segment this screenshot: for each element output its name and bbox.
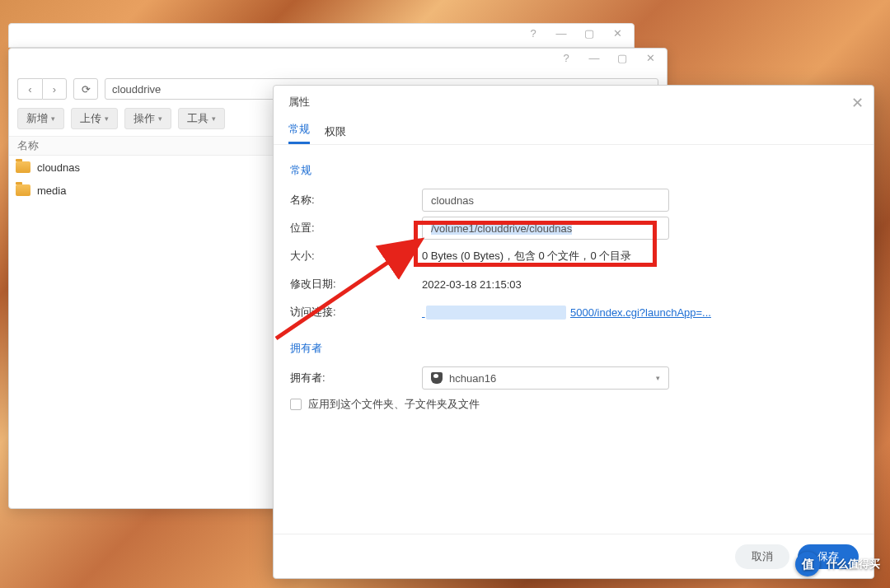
close-icon[interactable]: ✕	[851, 94, 864, 112]
checkbox-icon[interactable]	[290, 399, 302, 410]
list-item-label: media	[37, 184, 66, 197]
label-owner: 拥有者:	[290, 371, 422, 385]
chevron-down-icon: ▾	[656, 374, 660, 382]
list-item-label: cloudnas	[37, 161, 80, 174]
folder-icon	[16, 184, 30, 196]
dialog-tabs: 常规 权限	[274, 119, 874, 145]
properties-dialog: 属性 ✕ 常规 权限 常规 名称: cloudnas 位置: /volume1/…	[273, 85, 874, 579]
background-window: ? — ▢ ✕	[8, 23, 635, 48]
dialog-title: 属性 ✕	[274, 86, 874, 119]
watermark-icon: 值	[795, 552, 820, 576]
owner-select[interactable]: hchuan16 ▾	[422, 366, 669, 390]
watermark: 值 什么值得买	[795, 552, 880, 576]
name-input[interactable]: cloudnas	[422, 189, 669, 212]
refresh-button[interactable]: ⟳	[73, 78, 98, 100]
action-button[interactable]: 操作▾	[124, 108, 171, 129]
maximize-icon[interactable]: ▢	[579, 27, 599, 40]
forward-button[interactable]: ›	[42, 78, 67, 100]
tab-general[interactable]: 常规	[288, 119, 310, 144]
close-icon[interactable]: ✕	[640, 52, 660, 64]
help-icon[interactable]: ?	[556, 52, 576, 64]
value-mtime: 2022-03-18 21:15:03	[422, 278, 857, 291]
label-mtime: 修改日期:	[290, 277, 422, 292]
tab-permissions[interactable]: 权限	[325, 119, 346, 144]
maximize-icon[interactable]: ▢	[612, 52, 632, 64]
dialog-body: 常规 名称: cloudnas 位置: /volume1/clouddrive/…	[274, 145, 874, 534]
location-input[interactable]: /volume1/clouddrive/cloudnas	[422, 217, 669, 240]
folder-icon	[16, 161, 30, 173]
section-owner: 拥有者	[290, 341, 857, 356]
value-size: 0 Bytes (0 Bytes)，包含 0 个文件，0 个目录	[422, 249, 857, 264]
help-icon[interactable]: ?	[523, 27, 543, 40]
minimize-icon[interactable]: —	[551, 27, 571, 40]
tools-button[interactable]: 工具▾	[178, 108, 225, 129]
apply-recursive-row[interactable]: 应用到这个文件夹、子文件夹及文件	[290, 397, 857, 412]
user-icon	[431, 372, 443, 384]
watermark-text: 什么值得买	[827, 557, 880, 572]
new-button[interactable]: 新增▾	[17, 108, 64, 129]
value-link[interactable]: 5000/index.cgi?launchApp=...	[422, 306, 857, 319]
label-link: 访问连接:	[290, 305, 422, 320]
close-icon[interactable]: ✕	[607, 27, 627, 40]
label-location: 位置:	[290, 221, 422, 236]
upload-button[interactable]: 上传▾	[71, 108, 118, 129]
cancel-button[interactable]: 取消	[735, 544, 789, 569]
back-button[interactable]: ‹	[17, 78, 42, 100]
section-general: 常规	[290, 163, 857, 178]
dialog-footer: 取消 保存	[274, 534, 874, 578]
minimize-icon[interactable]: —	[584, 52, 604, 64]
label-name: 名称:	[290, 193, 422, 208]
path-text: clouddrive	[112, 83, 161, 96]
label-size: 大小:	[290, 249, 422, 264]
apply-recursive-label: 应用到这个文件夹、子文件夹及文件	[308, 397, 480, 412]
window-titlebar: ? — ▢ ✕	[9, 49, 667, 73]
